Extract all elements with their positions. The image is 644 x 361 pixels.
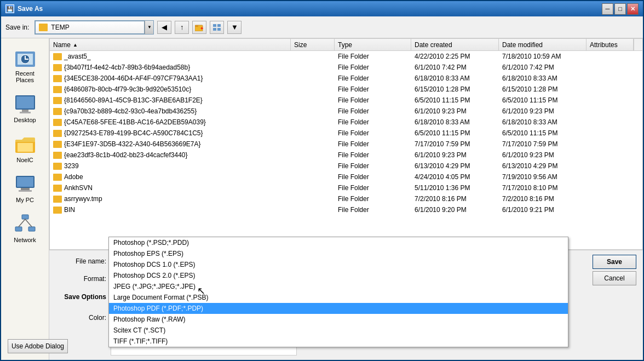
sidebar-item-recent-places[interactable]: Recent Places [4, 43, 46, 87]
file-type: File Folder [335, 184, 411, 192]
sidebar-item-noelc[interactable]: NoelC [4, 129, 46, 167]
file-date-modified: 6/18/2010 8:33 AM [499, 118, 586, 126]
table-row[interactable]: {C45A7E68-5FEE-41BB-AC16-6A2DEB59A039} F… [50, 117, 642, 128]
file-date-modified: 6/1/2010 9:21 PM [499, 206, 586, 214]
table-row[interactable]: {D9272543-E789-4199-BC4C-A590C784C1C5} F… [50, 128, 642, 139]
table-row[interactable]: Adobe File Folder 4/24/2010 4:05 PM 7/19… [50, 171, 642, 182]
table-row[interactable]: _avast5_ File Folder 4/22/2010 2:25 PM 7… [50, 51, 642, 62]
sidebar-label-desktop: Desktop [14, 117, 36, 123]
dropdown-option[interactable]: Photoshop (*.PSD;*.PDD) [109, 237, 568, 248]
dropdown-option[interactable]: Photoshop EPS (*.EPS) [109, 248, 568, 259]
maximize-button[interactable]: □ [614, 3, 626, 15]
file-name: _avast5_ [64, 53, 91, 60]
file-date-modified: 6/5/2010 11:15 PM [499, 96, 586, 104]
table-row[interactable]: {E34F1E97-3D5B-4322-A340-64B563669E7A} F… [50, 139, 642, 150]
folder-icon [39, 24, 48, 31]
file-name: {eae23df3-8c1b-40d2-bb23-d4cacfef3440} [64, 151, 188, 159]
file-type: File Folder [335, 173, 411, 181]
svg-rect-12 [22, 110, 28, 112]
file-name: {3b407f1f-4e42-4cb7-89b3-6b94aedad58b} [64, 64, 190, 71]
sidebar-item-network[interactable]: Network [4, 209, 46, 247]
file-name: {D9272543-E789-4199-BC4C-A590C784C1C5} [64, 129, 203, 137]
view-button[interactable] [210, 21, 224, 34]
svg-line-23 [19, 219, 25, 227]
svg-rect-4 [217, 24, 221, 27]
save-in-arrow[interactable]: ▼ [145, 21, 153, 34]
up-button[interactable]: ↑ [175, 21, 189, 34]
close-button[interactable]: ✕ [627, 3, 639, 15]
folder-icon [53, 64, 62, 71]
file-date-created: 4/24/2010 4:05 PM [411, 173, 499, 181]
file-date-created: 6/5/2010 11:15 PM [411, 129, 499, 137]
file-name: Adobe [64, 173, 83, 181]
col-header-type[interactable]: Type [335, 39, 411, 50]
file-date-created: 6/1/2010 9:20 PM [411, 206, 499, 214]
dropdown-option[interactable]: Photoshop DCS 2.0 (*.EPS) [109, 270, 568, 281]
file-list-body[interactable]: _avast5_ File Folder 4/22/2010 2:25 PM 7… [50, 51, 642, 249]
col-header-attributes[interactable]: Attributes [586, 39, 634, 50]
table-row[interactable]: {6486087b-80cb-4f79-9c3b-9d920e53510c} F… [50, 84, 642, 95]
svg-rect-17 [17, 177, 33, 187]
svg-rect-13 [20, 112, 31, 113]
file-type: File Folder [335, 53, 411, 60]
back-button[interactable]: ◀ [157, 21, 171, 34]
table-row[interactable]: {34E5CE38-2004-46D4-AF4F-097CF79A3AA1} F… [50, 73, 642, 84]
svg-rect-1 [195, 25, 198, 27]
table-row[interactable]: {81646560-89A1-45C9-B13C-3FABE6AB1F2E} F… [50, 95, 642, 106]
file-name: BIN [64, 206, 75, 214]
col-header-size[interactable]: Size [291, 39, 335, 50]
file-type: File Folder [335, 195, 411, 203]
table-row[interactable]: {c9a70b32-b889-4cb2-93c0-4ea7bdb436255} … [50, 106, 642, 117]
file-type: File Folder [335, 75, 411, 82]
file-date-created: 6/1/2010 7:42 PM [411, 64, 499, 71]
save-button[interactable]: Save [593, 255, 636, 269]
desktop-icon [14, 93, 36, 115]
file-date-created: 7/2/2010 8:16 PM [411, 195, 499, 203]
table-row[interactable]: 3239 File Folder 6/13/2010 4:29 PM 6/13/… [50, 161, 642, 171]
file-date-modified: 6/18/2010 8:33 AM [499, 75, 586, 82]
sidebar-item-desktop[interactable]: Desktop [4, 89, 46, 127]
svg-rect-11 [16, 96, 34, 108]
folder-icon [53, 141, 62, 148]
dropdown-option[interactable]: JPEG (*.JPG;*.JPEG;*.JPE) [109, 281, 568, 292]
file-date-created: 6/1/2010 9:23 PM [411, 151, 499, 159]
save-as-dialog: 💾 Save As ─ □ ✕ Save in: TEMP ▼ ◀ ↑ + [0, 0, 644, 361]
view-arrow-button[interactable]: ▼ [227, 21, 242, 34]
use-adobe-dialog-button[interactable]: Use Adobe Dialog [8, 339, 68, 353]
dropdown-option[interactable]: Large Document Format (*.PSB) [109, 292, 568, 303]
table-row[interactable]: {eae23df3-8c1b-40d2-bb23-d4cacfef3440} F… [50, 150, 642, 161]
table-row[interactable]: asrrywyv.tmp File Folder 7/2/2010 8:16 P… [50, 193, 642, 204]
table-row[interactable]: BIN File Folder 6/1/2010 9:20 PM 6/1/201… [50, 204, 642, 215]
svg-rect-3 [213, 24, 216, 27]
svg-rect-18 [21, 188, 30, 190]
col-header-date-created[interactable]: Date created [411, 39, 499, 50]
new-folder-button[interactable]: + [192, 21, 206, 34]
file-name: {E34F1E97-3D5B-4322-A340-64B563669E7A} [64, 140, 201, 148]
dropdown-option[interactable]: Photoshop PDF (*.PDF;*.PDP) [109, 303, 568, 314]
col-header-date-modified[interactable]: Date modified [499, 39, 586, 50]
file-date-modified: 6/15/2010 1:28 PM [499, 85, 586, 93]
file-date-created: 6/15/2010 1:28 PM [411, 85, 499, 93]
sidebar-item-mypc[interactable]: My PC [4, 169, 46, 207]
file-type: File Folder [335, 96, 411, 104]
minimize-button[interactable]: ─ [602, 3, 613, 15]
mypc-icon [14, 173, 36, 195]
svg-rect-5 [213, 28, 216, 31]
dropdown-option[interactable]: Photoshop DCS 1.0 (*.EPS) [109, 259, 568, 270]
table-row[interactable]: {3b407f1f-4e42-4cb7-89b3-6b94aedad58b} F… [50, 62, 642, 73]
save-in-combo[interactable]: TEMP [35, 21, 145, 34]
format-dropdown[interactable]: Photoshop (*.PSD;*.PDD)Photoshop EPS (*.… [108, 237, 568, 347]
table-row[interactable]: AnkhSVN File Folder 5/11/2010 1:36 PM 7/… [50, 182, 642, 193]
folder-icon [53, 108, 62, 115]
col-header-name[interactable]: Name ▲ [50, 39, 291, 50]
dropdown-option[interactable]: TIFF (*.TIF;*.TIFF) [109, 336, 568, 347]
file-type: File Folder [335, 162, 411, 170]
save-options-label: Save Options [56, 293, 111, 301]
cancel-button[interactable]: Cancel [593, 271, 636, 285]
file-date-created: 6/18/2010 8:33 AM [411, 75, 499, 82]
dropdown-option[interactable]: Scitex CT (*.SCT) [109, 325, 568, 336]
file-name: asrrywyv.tmp [64, 195, 102, 203]
dropdown-option[interactable]: Photoshop Raw (*.RAW) [109, 314, 568, 325]
file-type: File Folder [335, 118, 411, 126]
file-type: File Folder [335, 107, 411, 115]
